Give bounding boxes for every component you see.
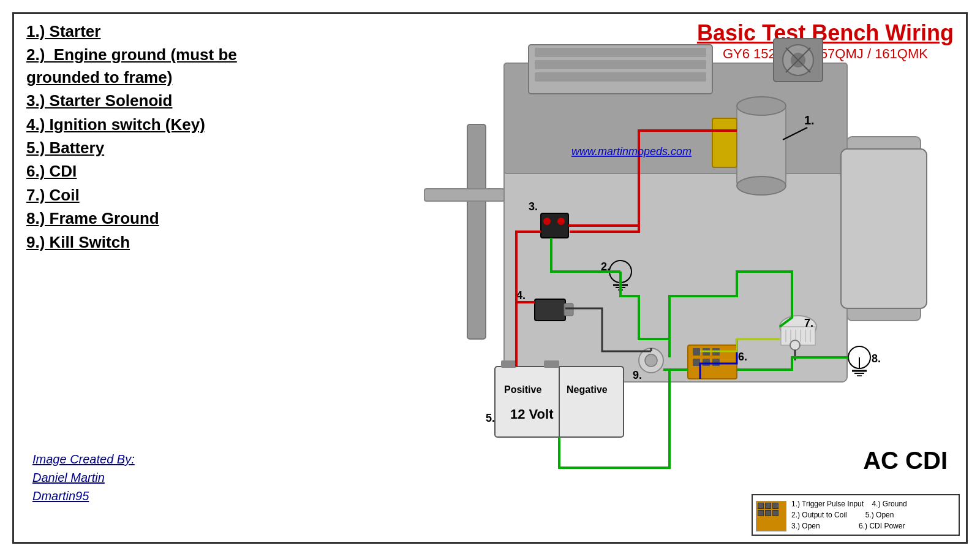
svg-text:5.: 5. [486,412,495,424]
main-container: 1.) Starter 2.) Engine ground (must begr… [12,12,968,544]
svg-rect-46 [693,359,700,366]
svg-rect-25 [535,299,565,321]
svg-point-23 [557,218,565,225]
wiring-diagram: 1. 3. 4. 2. [271,26,945,529]
credit-line2: Daniel Martin [32,468,135,487]
svg-rect-5 [535,72,706,82]
svg-point-17 [737,177,786,195]
component-9: 9.) Kill Switch [26,231,259,253]
svg-text:7.: 7. [804,317,813,329]
component-6: 6.) CDI [26,160,259,182]
component-8: 8.) Frame Ground [26,207,259,229]
component-3: 3.) Starter Solenoid [26,89,259,112]
component-7: 7.) Coil [26,184,259,206]
svg-rect-20 [712,118,737,167]
svg-rect-21 [541,213,568,238]
svg-rect-36 [501,360,516,368]
svg-point-58 [790,340,800,350]
svg-text:1.: 1. [804,113,815,127]
svg-rect-4 [535,60,706,69]
credit-section: Image Created By: Daniel Martin Dmartin9… [32,450,135,505]
credit-line3: Dmartin95 [32,487,135,505]
svg-text:4.: 4. [516,289,526,302]
svg-text:Negative: Negative [567,384,608,395]
svg-rect-26 [564,303,573,316]
svg-rect-43 [693,348,700,356]
svg-rect-15 [737,106,786,186]
component-1: 1.) Starter [26,20,259,42]
svg-text:6.: 6. [738,351,747,363]
svg-point-68 [645,354,657,367]
svg-rect-37 [544,360,559,368]
svg-text:9.: 9. [633,369,642,381]
credit-line1: Image Created By: [32,450,135,468]
component-list: 1.) Starter 2.) Engine ground (must begr… [26,20,259,254]
component-2: 2.) Engine ground (must begrounded to fr… [26,44,259,88]
svg-text:3.: 3. [529,200,538,213]
component-5: 5.) Battery [26,137,259,159]
svg-point-22 [543,218,551,225]
svg-text:12 Volt: 12 Volt [510,406,554,422]
svg-text:www.martinmopeds.com: www.martinmopeds.com [571,145,692,158]
svg-rect-13 [467,124,486,339]
component-4: 4.) Ignition switch (Key) [26,113,259,135]
svg-rect-14 [424,189,504,201]
svg-rect-48 [712,359,720,366]
svg-text:8.: 8. [872,352,881,365]
svg-rect-3 [535,48,706,57]
svg-rect-12 [841,149,927,308]
svg-rect-47 [703,359,710,366]
svg-text:Positive: Positive [504,384,541,395]
svg-point-16 [737,97,786,115]
